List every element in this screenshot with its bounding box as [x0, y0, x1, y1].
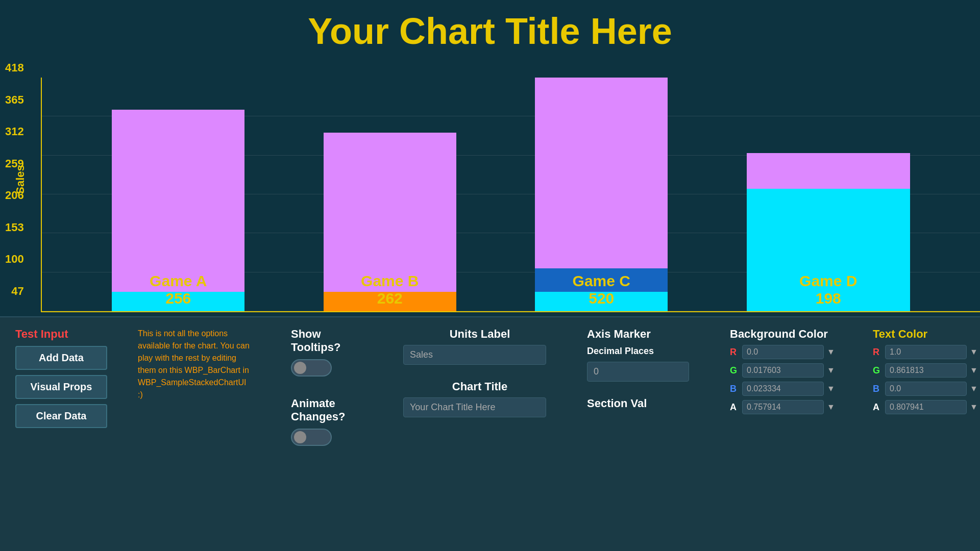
test-input-label: Test Input — [15, 328, 107, 341]
y-label-312: 312 — [5, 126, 24, 137]
units-col: Units Label Chart Title — [403, 328, 556, 541]
bar-label-game-a: Game A — [112, 272, 244, 290]
txt-a-label: A — [873, 402, 882, 413]
bar-group-game-b: Game B 262 — [324, 78, 456, 311]
bg-a-input[interactable] — [742, 400, 824, 414]
plot-area: Game A 256 Game B 262 — [41, 78, 980, 312]
section-val-label: Section Val — [587, 397, 699, 410]
animate-changes-label: Animate Changes? — [291, 397, 373, 423]
axis-marker-input[interactable] — [587, 362, 689, 382]
animate-changes-toggle[interactable] — [291, 429, 332, 446]
bar-group-game-d: Game D 198 — [747, 78, 910, 311]
txt-r-row: R ▼ — [873, 345, 980, 359]
y-label-259: 259 — [5, 158, 24, 169]
txt-b-row: B ▼ — [873, 382, 980, 396]
bar-value-game-d: 198 — [747, 290, 910, 307]
bg-a-arrow[interactable]: ▼ — [827, 403, 835, 412]
chart-title-input[interactable] — [403, 397, 546, 417]
chart-title-label: Chart Title — [403, 380, 556, 393]
bar-label-game-d: Game D — [747, 272, 910, 290]
bg-g-label: G — [730, 365, 739, 376]
txt-r-label: R — [873, 347, 882, 358]
y-label-365: 365 — [5, 94, 24, 106]
bg-g-arrow[interactable]: ▼ — [827, 366, 835, 375]
bar-top-game-c — [535, 78, 668, 268]
bar-top-game-d — [747, 153, 910, 189]
bg-b-input[interactable] — [742, 382, 824, 396]
chart-title: Your Chart Title Here — [0, 5, 980, 62]
bg-r-arrow[interactable]: ▼ — [827, 347, 835, 357]
show-tooltips-toggle[interactable] — [291, 359, 332, 377]
txt-a-row: A ▼ — [873, 400, 980, 414]
chart-container: Sales 418 365 312 259 206 153 100 47 — [41, 62, 980, 312]
bg-a-label: A — [730, 402, 739, 413]
bar-value-game-a: 256 — [112, 290, 244, 307]
bar-group-game-a: Game A 256 — [112, 78, 244, 311]
bottom-panel: Test Input Add Data Visual Props Clear D… — [0, 316, 980, 551]
y-label-418: 418 — [5, 62, 24, 73]
txt-g-arrow[interactable]: ▼ — [970, 366, 978, 375]
bars-wrapper: Game A 256 Game B 262 — [42, 78, 980, 311]
tooltips-col: Show Tooltips? Animate Changes? — [291, 328, 373, 541]
axis-col: Axis Marker Decimal Places Section Val — [587, 328, 699, 541]
txt-a-arrow[interactable]: ▼ — [970, 403, 978, 412]
bar-top-game-a — [112, 110, 244, 292]
toggle-knob-animate — [294, 431, 306, 443]
y-label-153: 153 — [5, 222, 24, 233]
axis-marker-label: Axis Marker — [587, 328, 699, 341]
units-group: Units Label — [403, 328, 556, 365]
test-input-col: Test Input Add Data Visual Props Clear D… — [15, 328, 107, 541]
show-tooltips-label: Show Tooltips? — [291, 328, 373, 354]
bg-b-arrow[interactable]: ▼ — [827, 384, 835, 393]
y-label-100: 100 — [5, 254, 24, 265]
text-color-label: Text Color — [873, 328, 980, 341]
bg-g-row: G ▼ — [730, 363, 842, 378]
bg-color-col: Background Color R ▼ G ▼ B ▼ A ▼ — [730, 328, 842, 541]
bar-group-game-c: Game C 520 — [535, 78, 668, 311]
units-input[interactable] — [403, 345, 546, 365]
txt-b-label: B — [873, 384, 882, 394]
bar-label-game-b: Game B — [324, 272, 456, 290]
txt-r-input[interactable] — [885, 345, 967, 359]
add-data-button[interactable]: Add Data — [15, 346, 107, 370]
bar-label-game-c: Game C — [535, 272, 668, 290]
units-label: Units Label — [403, 328, 556, 341]
bg-color-label: Background Color — [730, 328, 842, 341]
clear-data-button[interactable]: Clear Data — [15, 404, 107, 428]
txt-g-input[interactable] — [885, 363, 967, 378]
txt-b-input[interactable] — [885, 382, 967, 396]
bar-value-game-c: 520 — [535, 290, 668, 307]
bg-a-row: A ▼ — [730, 400, 842, 414]
bar-value-game-b: 262 — [324, 290, 456, 307]
bg-g-input[interactable] — [742, 363, 824, 378]
y-axis: 418 365 312 259 206 153 100 47 — [5, 62, 28, 297]
chart-title-group: Chart Title — [403, 380, 556, 417]
toggle-knob-tooltips — [294, 362, 306, 374]
bar-top-game-b — [324, 133, 456, 292]
bg-r-label: R — [730, 347, 739, 358]
txt-g-row: G ▼ — [873, 363, 980, 378]
y-label-206: 206 — [5, 190, 24, 201]
txt-g-label: G — [873, 365, 882, 376]
txt-b-arrow[interactable]: ▼ — [970, 384, 978, 393]
info-text: This is not all the options available fo… — [138, 328, 250, 401]
info-col: This is not all the options available fo… — [138, 328, 260, 541]
bg-b-row: B ▼ — [730, 382, 842, 396]
visual-props-button[interactable]: Visual Props — [15, 375, 107, 399]
bg-r-input[interactable] — [742, 345, 824, 359]
bg-r-row: R ▼ — [730, 345, 842, 359]
chart-area: Your Chart Title Here Sales 418 365 312 … — [0, 0, 980, 316]
txt-r-arrow[interactable]: ▼ — [970, 347, 978, 357]
txt-a-input[interactable] — [885, 400, 967, 414]
text-color-col: Text Color R ▼ G ▼ B ▼ A ▼ — [873, 328, 980, 541]
y-label-47: 47 — [11, 286, 23, 297]
bg-b-label: B — [730, 384, 739, 394]
axis-decimal-label: Decimal Places — [587, 346, 699, 357]
